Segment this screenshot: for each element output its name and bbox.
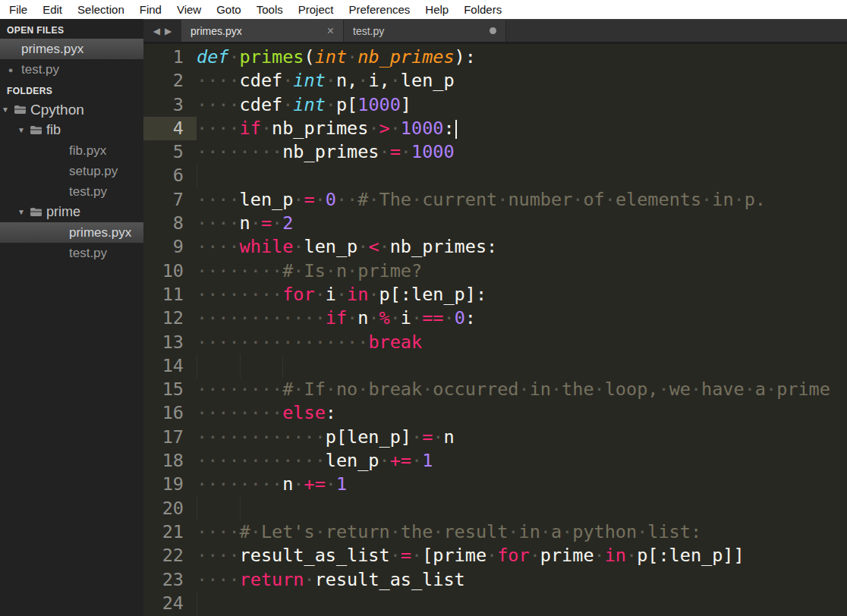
whitespace-dots: · <box>745 379 755 400</box>
whitespace-dots: · <box>411 307 422 328</box>
whitespace-dots: ········ <box>197 141 282 162</box>
code-token: += <box>390 450 411 471</box>
tab-close-icon[interactable]: × <box>327 25 334 37</box>
code-line-content: ········n·+=·1 <box>197 473 847 496</box>
open-file-item[interactable]: primes.pyx <box>0 39 143 59</box>
code-line[interactable]: 19········n·+=·1 <box>143 473 847 496</box>
code-token: 0 <box>455 307 465 328</box>
whitespace-dots: · <box>390 307 401 328</box>
whitespace-dots: · <box>433 426 443 448</box>
line-number: 17 <box>143 426 197 449</box>
menu-item-project[interactable]: Project <box>291 0 342 19</box>
menu-item-edit[interactable]: Edit <box>35 0 70 19</box>
code-token: : <box>326 402 336 423</box>
code-line-content: ····cdef·int·n,·i,·len_p <box>197 69 847 93</box>
whitespace-dots: · <box>379 236 390 257</box>
menu-item-tools[interactable]: Tools <box>249 0 291 19</box>
code-token: loop, <box>605 379 659 400</box>
disclosure-triangle-icon[interactable]: ▼ <box>16 208 27 216</box>
code-line[interactable]: 16········else: <box>143 401 847 425</box>
whitespace-dots: · <box>486 545 497 566</box>
tab-nav-back-icon[interactable]: ◀ <box>153 26 160 36</box>
code-line[interactable]: 3····cdef·int·p[1000] <box>143 93 847 117</box>
menu-item-file[interactable]: File <box>2 0 35 19</box>
code-line-content: ············len_p·+=·1 <box>197 449 847 473</box>
disclosure-triangle-icon[interactable]: ▼ <box>0 105 11 114</box>
tree-folder-prime[interactable]: ▼prime <box>0 202 143 222</box>
menu-item-help[interactable]: Help <box>417 0 456 19</box>
code-line[interactable]: 22····result_as_list·=·[prime·for·prime·… <box>143 544 847 567</box>
code-token: i, <box>368 70 389 91</box>
code-line-content: ········nb_primes·=·1000 <box>197 140 847 164</box>
tree-file-label: primes.pyx <box>69 225 131 240</box>
whitespace-dots: ···· <box>197 569 240 590</box>
tree-file-test-py[interactable]: test.py <box>0 181 143 202</box>
code-token: # <box>282 260 293 281</box>
tree-folder-label: Cpython <box>30 102 84 118</box>
code-token: in <box>519 521 540 542</box>
code-line[interactable]: 17············p[len_p]·=·n <box>143 426 847 449</box>
code-line[interactable]: 2····cdef·int·n,·i,·len_p <box>143 69 847 93</box>
folder-tree: ▼Cpython▼fibfib.pyxsetup.pytest.py▼prime… <box>0 99 143 263</box>
code-line[interactable]: 5········nb_primes·=·1000 <box>143 140 847 164</box>
code-line[interactable]: 10········#·Is·n·prime? <box>143 259 847 283</box>
code-token: If <box>304 379 326 400</box>
code-line[interactable]: 1def·primes(int·nb_primes): <box>143 46 847 69</box>
indent-guide <box>197 592 197 615</box>
whitespace-dots: · <box>357 379 368 400</box>
tree-folder-fib[interactable]: ▼fib <box>0 120 143 140</box>
tab-test-py[interactable]: test.py <box>344 20 506 42</box>
whitespace-dots: · <box>508 521 518 542</box>
code-token: # <box>357 189 368 210</box>
whitespace-dots: · <box>443 307 454 328</box>
code-line[interactable]: 9····while·len_p·<·nb_primes: <box>143 235 847 259</box>
code-line[interactable]: 6 <box>143 164 847 187</box>
tree-file-fib-pyx[interactable]: fib.pyx <box>0 140 143 161</box>
folder-icon <box>30 125 43 135</box>
code-line[interactable]: 13················break <box>143 331 847 354</box>
indent-guide <box>240 497 241 520</box>
code-token: += <box>304 473 326 495</box>
line-number: 21 <box>143 520 197 544</box>
menu-item-folders[interactable]: Folders <box>456 0 509 19</box>
code-token: = <box>401 545 411 566</box>
tab-primes-pyx[interactable]: primes.pyx× <box>181 20 344 42</box>
code-token: of <box>583 189 604 210</box>
code-line[interactable]: 20 <box>143 497 847 520</box>
tab-nav-forward-icon[interactable]: ▶ <box>165 26 172 36</box>
whitespace-dots: · <box>282 94 293 115</box>
code-line[interactable]: 15········#·If·no·break·occurred·in·the·… <box>143 378 847 401</box>
code-line[interactable]: 21····#·Let's·return·the·result·in·a·pyt… <box>143 520 847 544</box>
code-editor[interactable]: 1def·primes(int·nb_primes):2····cdef·int… <box>143 44 847 616</box>
code-line[interactable]: 18············len_p·+=·1 <box>143 449 847 473</box>
menu-item-find[interactable]: Find <box>132 0 169 19</box>
code-line[interactable]: 11········for·i·in·p[:len_p]: <box>143 283 847 306</box>
line-number: 23 <box>143 568 197 592</box>
open-file-item[interactable]: ●test.py <box>0 59 143 80</box>
tree-file-test-py[interactable]: test.py <box>0 243 143 263</box>
code-line[interactable]: 14 <box>143 354 847 378</box>
tree-file-setup-py[interactable]: setup.py <box>0 161 143 181</box>
code-line-content: ············if·n·%·i·==·0: <box>197 306 847 330</box>
whitespace-dots: ········ <box>197 260 282 281</box>
menu-item-selection[interactable]: Selection <box>70 0 132 19</box>
code-token: nb_primes <box>357 46 454 68</box>
tree-file-primes-pyx[interactable]: primes.pyx <box>0 222 143 243</box>
code-line[interactable]: 12············if·n·%·i·==·0: <box>143 306 847 330</box>
code-token: for <box>497 545 529 566</box>
tree-folder-cpython[interactable]: ▼Cpython <box>0 99 143 120</box>
disclosure-triangle-icon[interactable]: ▼ <box>16 126 27 134</box>
code-line[interactable]: 23····return·result_as_list <box>143 568 847 592</box>
menu-item-goto[interactable]: Goto <box>209 0 249 19</box>
code-line[interactable]: 24 <box>143 592 847 615</box>
menu-item-view[interactable]: View <box>169 0 209 19</box>
code-token: break <box>368 379 422 400</box>
code-line[interactable]: 7····len_p·=·0··#·The·current·number·of·… <box>143 188 847 212</box>
whitespace-dots: · <box>626 545 637 566</box>
whitespace-dots: · <box>422 379 433 400</box>
code-token: p[:len_p]] <box>637 545 744 566</box>
code-line[interactable]: 4····if·nb_primes·>·1000: <box>143 117 847 140</box>
code-line[interactable]: 8····n·=·2 <box>143 212 847 235</box>
menu-item-preferences[interactable]: Preferences <box>341 0 417 19</box>
code-token: > <box>379 118 390 139</box>
